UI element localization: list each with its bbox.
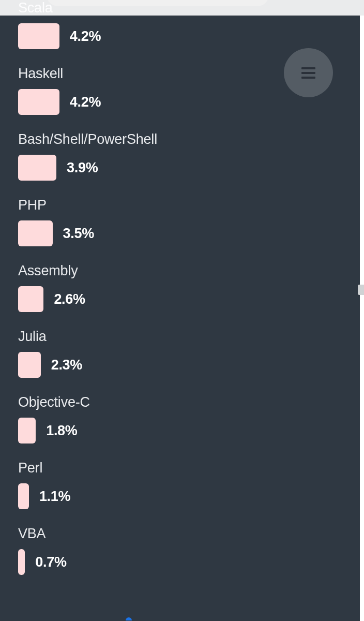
chart-item: Assembly2.6% (18, 263, 346, 312)
chart-bar (18, 286, 43, 312)
chart-item: Bash/Shell/PowerShell3.9% (18, 131, 346, 181)
chart-item-label: Perl (18, 460, 346, 476)
chart-item-value: 1.1% (39, 489, 70, 505)
chart-bar (18, 549, 25, 575)
chart-item-row: 1.1% (18, 483, 346, 509)
chart-item-row: 1.8% (18, 418, 346, 443)
chart-item-label: Assembly (18, 263, 346, 279)
chart-bar (18, 89, 59, 115)
chart-item-row: 3.5% (18, 220, 346, 246)
chart-item-label: Bash/Shell/PowerShell (18, 131, 346, 147)
chart-item-value: 3.5% (63, 226, 94, 242)
chart-item-label: Julia (18, 329, 346, 345)
chart-bar (18, 418, 36, 443)
hamburger-icon (301, 67, 315, 79)
chart-bar (18, 220, 53, 246)
top-rounded-shape (47, 0, 269, 6)
chart-item-value: 2.6% (54, 291, 85, 307)
chart-item: Perl1.1% (18, 460, 346, 509)
chart-bar (18, 483, 29, 509)
chart-bar (18, 23, 59, 49)
chart-item-row: 2.6% (18, 286, 346, 312)
chart-item: PHP3.5% (18, 197, 346, 246)
chart-item-value: 4.2% (70, 28, 101, 45)
chart-item-value: 3.9% (67, 160, 98, 176)
chart-item-value: 1.8% (46, 423, 77, 439)
chart-item-value: 0.7% (35, 554, 66, 570)
chart-item-label: VBA (18, 526, 346, 542)
chart-item: Julia2.3% (18, 329, 346, 378)
chart-bar (18, 352, 41, 378)
chart-item-value: 4.2% (70, 94, 101, 110)
scroll-indicator[interactable] (358, 285, 364, 295)
chart-item-label: PHP (18, 197, 346, 213)
right-edge (360, 16, 364, 621)
chart-item-row: 0.7% (18, 549, 346, 575)
chart-item-row: 4.2% (18, 23, 346, 49)
chart-item-row: 2.3% (18, 352, 346, 378)
chart-item-label: Objective-C (18, 394, 346, 410)
bottom-indicator (126, 617, 132, 620)
chart-item-value: 2.3% (51, 357, 82, 373)
chart-item: Objective-C1.8% (18, 394, 346, 443)
chart-item-row: 3.9% (18, 155, 346, 181)
chart-item: VBA0.7% (18, 526, 346, 575)
menu-button[interactable] (284, 48, 333, 97)
chart-bar (18, 155, 56, 181)
